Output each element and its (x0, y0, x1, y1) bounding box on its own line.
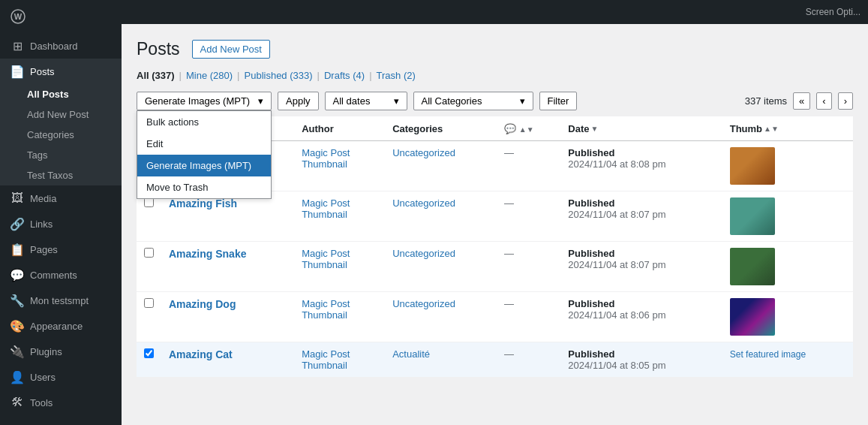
col-date[interactable]: Date ▼ (560, 116, 722, 141)
sidebar-submenu-item-test-taxos[interactable]: Test Taxos (0, 165, 122, 185)
tools-icon: 🛠 (11, 396, 24, 409)
posts-submenu: All Posts Add New Post Categories Tags T… (0, 84, 122, 185)
post-date-value: 2024/11/04 at 8:08 pm (568, 158, 665, 170)
post-date-cell: Published 2024/11/04 at 8:05 pm (560, 342, 722, 378)
post-author-cell: Magic Post Thumbnail (294, 292, 385, 342)
svg-text:W: W (14, 12, 23, 21)
col-author[interactable]: Author (294, 116, 385, 141)
row-checkbox-cell (137, 242, 161, 292)
sidebar-submenu-item-categories[interactable]: Categories (0, 125, 122, 145)
set-featured-image-link[interactable]: Set featured image (730, 349, 806, 360)
sidebar-item-links[interactable]: 🔗 Links (0, 211, 122, 237)
tab-trash[interactable]: Trash (2) (377, 70, 416, 81)
post-author-link2[interactable]: Thumbnail (302, 309, 377, 321)
post-author-link[interactable]: Magic Post (302, 348, 377, 360)
post-date-cell: Published 2024/11/04 at 8:08 pm (560, 141, 722, 191)
post-category-link[interactable]: Uncategorized (392, 147, 455, 158)
post-category-link[interactable]: Uncategorized (392, 298, 455, 309)
post-thumb-cell (722, 242, 853, 292)
filter-button[interactable]: Filter (539, 92, 578, 110)
sidebar-item-posts[interactable]: 📄 Posts (0, 59, 122, 84)
post-title-link[interactable]: Amazing Cat (169, 348, 233, 360)
apply-button[interactable]: Apply (278, 92, 319, 110)
tab-all[interactable]: All (337) (137, 70, 175, 81)
dropdown-item-generate-images[interactable]: Generate Images (MPT) (137, 155, 271, 176)
bulk-action-button[interactable]: Generate Images (MPT) ▾ (137, 92, 272, 110)
first-page-button[interactable]: « (793, 92, 810, 110)
post-author-link[interactable]: Magic Post (302, 197, 377, 209)
post-comments-cell: — (497, 292, 560, 342)
post-author-link2[interactable]: Thumbnail (302, 360, 377, 371)
post-title-link[interactable]: Amazing Fish (169, 197, 237, 209)
tab-mine[interactable]: Mine (280) (186, 70, 233, 81)
post-author-link[interactable]: Magic Post (302, 248, 377, 259)
table-row: Amazing Snake Magic Post Thumbnail Uncat… (137, 242, 853, 292)
prev-page-button[interactable]: ‹ (816, 92, 831, 110)
sidebar-item-label: Dashboard (30, 41, 78, 52)
post-thumbnail (730, 248, 775, 285)
sidebar-item-appearance[interactable]: 🎨 Appearance (0, 313, 122, 339)
post-category-link[interactable]: Uncategorized (392, 197, 455, 209)
category-filter[interactable]: All Categories ▾ (413, 92, 533, 110)
sidebar-submenu-item-all-posts[interactable]: All Posts (0, 84, 122, 104)
dropdown-item-edit[interactable]: Edit (137, 133, 271, 155)
post-title-cell: Amazing Snake (161, 242, 294, 292)
post-author-link2[interactable]: Thumbnail (302, 209, 377, 220)
col-categories[interactable]: Categories (385, 116, 497, 141)
post-category-link[interactable]: Uncategorized (392, 248, 455, 259)
dropdown-item-bulk-actions[interactable]: Bulk actions (137, 111, 271, 133)
page-title: Posts (137, 39, 180, 59)
post-thumbnail (730, 147, 775, 185)
sidebar-item-label: Pages (30, 244, 58, 255)
date-filter[interactable]: All dates ▾ (325, 92, 407, 110)
post-date-cell: Published 2024/11/04 at 8:07 pm (560, 242, 722, 292)
sidebar-item-tools[interactable]: 🛠 Tools (0, 390, 122, 415)
comments-icon: 💬 (504, 123, 516, 134)
appearance-icon: 🎨 (11, 319, 24, 333)
next-page-button[interactable]: › (838, 92, 853, 110)
post-author-link2[interactable]: Thumbnail (302, 259, 377, 270)
row-checkbox[interactable] (144, 348, 154, 358)
row-checkbox[interactable] (144, 248, 154, 258)
sidebar-item-mon-testsmpt[interactable]: 🔧 Mon testsmpt (0, 288, 122, 313)
post-category-link[interactable]: Actualité (392, 348, 430, 360)
dropdown-item-move-to-trash[interactable]: Move to Trash (137, 176, 271, 198)
items-count: 337 items (745, 95, 787, 107)
screen-options-button[interactable]: Screen Opti... (806, 7, 860, 17)
mon-testsmpt-icon: 🔧 (11, 294, 24, 307)
col-comments[interactable]: 💬 ▲▼ (497, 116, 560, 141)
sidebar-submenu-item-add-new[interactable]: Add New Post (0, 104, 122, 125)
post-author-link2[interactable]: Thumbnail (302, 158, 377, 170)
tab-drafts[interactable]: Drafts (4) (324, 70, 365, 81)
sidebar-submenu-item-tags[interactable]: Tags (0, 145, 122, 165)
col-thumb[interactable]: Thumb ▲▼ (722, 116, 853, 141)
sidebar-item-plugins[interactable]: 🔌 Plugins (0, 339, 122, 364)
sidebar-item-users[interactable]: 👤 Users (0, 364, 122, 390)
sidebar-item-dashboard[interactable]: ⊞ Dashboard (0, 33, 122, 59)
post-date-status: Published (568, 197, 714, 209)
post-comments-cell: — (497, 342, 560, 378)
sidebar-item-label: Mon testsmpt (30, 295, 89, 306)
sidebar-item-label: Comments (30, 270, 77, 281)
post-author-link[interactable]: Magic Post (302, 147, 377, 158)
tab-published[interactable]: Published (333) (245, 70, 313, 81)
post-author-cell: Magic Post Thumbnail (294, 242, 385, 292)
row-checkbox[interactable] (144, 298, 154, 308)
post-categories-cell: Uncategorized (385, 242, 497, 292)
row-checkbox-cell (137, 292, 161, 342)
post-title-link[interactable]: Amazing Dog (169, 298, 236, 310)
bulk-action-menu: Bulk actions Edit Generate Images (MPT) … (137, 110, 272, 199)
sidebar-item-label: Links (30, 219, 53, 230)
post-thumbnail (730, 298, 775, 336)
add-new-post-button[interactable]: Add New Post (192, 40, 270, 59)
post-title-link[interactable]: Amazing Snake (169, 248, 246, 260)
sidebar-item-comments[interactable]: 💬 Comments (0, 262, 122, 288)
post-author-link[interactable]: Magic Post (302, 298, 377, 309)
sidebar-item-pages[interactable]: 📋 Pages (0, 237, 122, 262)
post-date-value: 2024/11/04 at 8:07 pm (568, 259, 665, 270)
sidebar-item-media[interactable]: 🖼 Media (0, 185, 122, 211)
chevron-down-icon: ▾ (394, 95, 399, 107)
bulk-action-label: Generate Images (MPT) (145, 95, 250, 107)
plugins-icon: 🔌 (11, 345, 24, 358)
post-date-status: Published (568, 248, 714, 259)
